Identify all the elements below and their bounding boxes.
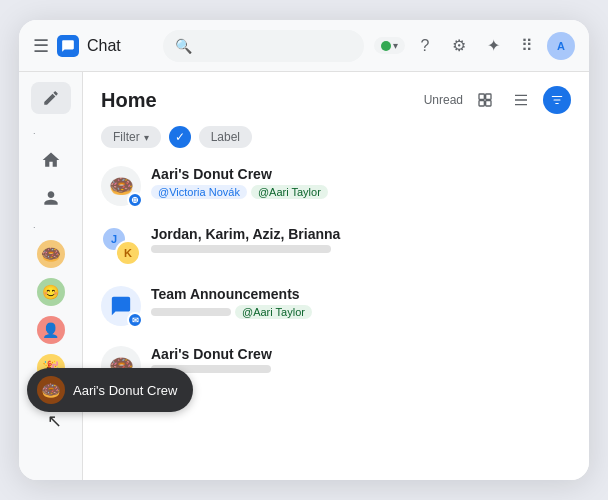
chat-content-2: Jordan, Karim, Aziz, Brianna — [151, 226, 571, 253]
chat-avatar-aaris-1: 🍩 ⊕ — [101, 166, 141, 206]
sidebar-item-home[interactable] — [31, 142, 71, 178]
filter-row: Filter ▾ ✓ Label — [83, 122, 589, 156]
unread-label: Unread — [424, 93, 463, 107]
chat-item-aaris-donut-1[interactable]: 🍩 ⊕ Aari's Donut Crew @Victoria Novák @A… — [91, 156, 581, 216]
chat-badge-1: ⊕ — [127, 192, 143, 208]
svg-rect-3 — [486, 101, 491, 106]
chat-badge-3: ✉ — [127, 312, 143, 328]
chat-name-3: Team Announcements — [151, 286, 571, 302]
chat-logo — [57, 35, 79, 57]
chat-item-team-announcements[interactable]: ✉ Team Announcements @Aari Taylor — [91, 276, 581, 336]
content-header: Home Unread — [83, 72, 589, 122]
section-label-2: · — [19, 222, 36, 232]
topbar-left: ☰ Chat — [33, 35, 153, 57]
tooltip-text: Aari's Donut Crew — [73, 383, 177, 398]
svg-rect-0 — [479, 94, 484, 99]
filter-button[interactable] — [543, 86, 571, 114]
page-title: Home — [101, 89, 157, 112]
hamburger-icon[interactable]: ☰ — [33, 35, 49, 57]
filter-tag-label: Label — [211, 130, 240, 144]
main-area: · · 🍩 😊 👤 🎉 — [19, 72, 589, 480]
svg-rect-1 — [486, 94, 491, 99]
chat-preview-3: @Aari Taylor — [151, 305, 571, 319]
sidebar-item-contacts[interactable] — [31, 180, 71, 216]
sparkle-button[interactable]: ✦ — [479, 32, 507, 60]
chat-name-4: Aari's Donut Crew — [151, 346, 571, 362]
filter-chip-1-label: Filter — [113, 130, 140, 144]
mention-victoria: @Victoria Novák — [151, 185, 247, 199]
settings-button[interactable]: ⚙ — [445, 32, 473, 60]
chat-preview-1: @Victoria Novák @Aari Taylor — [151, 185, 571, 199]
sidebar: · · 🍩 😊 👤 🎉 — [19, 72, 83, 480]
sidebar-item-chat2[interactable]: 😊 — [31, 274, 71, 310]
topbar: ☰ Chat 🔍 ▾ ? ⚙ ✦ ⠿ A — [19, 20, 589, 72]
list-view-button[interactable] — [507, 86, 535, 114]
chat-avatar-jordan: J K — [101, 226, 141, 266]
app-window: ☰ Chat 🔍 ▾ ? ⚙ ✦ ⠿ A — [19, 20, 589, 480]
compose-button[interactable] — [31, 82, 71, 114]
sidebar-tooltip: 🍩 Aari's Donut Crew — [27, 368, 193, 412]
filter-chip-1[interactable]: Filter ▾ — [101, 126, 161, 148]
svg-rect-2 — [479, 101, 484, 106]
chat-content-1: Aari's Donut Crew @Victoria Novák @Aari … — [151, 166, 571, 199]
header-actions: Unread — [424, 86, 571, 114]
chat-content-3: Team Announcements @Aari Taylor — [151, 286, 571, 319]
sidebar-item-chat1[interactable]: 🍩 — [31, 236, 71, 272]
help-button[interactable]: ? — [411, 32, 439, 60]
chat-list: 🍩 ⊕ Aari's Donut Crew @Victoria Novák @A… — [83, 156, 589, 480]
chat-name-1: Aari's Donut Crew — [151, 166, 571, 182]
topbar-search[interactable]: 🔍 — [163, 30, 364, 62]
section-label-1: · — [19, 128, 36, 138]
unread-toggle-button[interactable] — [471, 86, 499, 114]
content-panel: Home Unread — [83, 72, 589, 480]
multi-avatar: J K — [101, 226, 141, 266]
preview-bar-3 — [151, 308, 231, 316]
topbar-actions: ▾ ? ⚙ ✦ ⠿ A — [374, 32, 575, 60]
chat-item-jordan-group[interactable]: J K Jordan, Karim, Aziz, Brianna — [91, 216, 581, 276]
mention-aari-1: @Aari Taylor — [251, 185, 328, 199]
status-dot — [381, 41, 391, 51]
user-avatar[interactable]: A — [547, 32, 575, 60]
status-chevron-icon: ▾ — [393, 40, 398, 51]
filter-tag[interactable]: Label — [199, 126, 252, 148]
chat-preview-4 — [151, 365, 571, 373]
preview-bar-2 — [151, 245, 331, 253]
apps-button[interactable]: ⠿ — [513, 32, 541, 60]
filter-check[interactable]: ✓ — [169, 126, 191, 148]
cursor-icon: ↖ — [47, 410, 62, 432]
chat-avatar-team: ✉ — [101, 286, 141, 326]
sidebar-item-chat3[interactable]: 👤 — [31, 312, 71, 348]
chat-name-2: Jordan, Karim, Aziz, Brianna — [151, 226, 571, 242]
search-icon: 🔍 — [175, 38, 192, 54]
chat-content-4: Aari's Donut Crew — [151, 346, 571, 373]
avatar-jordan-2: K — [115, 240, 141, 266]
tooltip-avatar: 🍩 — [37, 376, 65, 404]
status-button[interactable]: ▾ — [374, 37, 405, 54]
filter-chip-1-chevron: ▾ — [144, 132, 149, 143]
topbar-title: Chat — [87, 37, 121, 55]
mention-aari-2: @Aari Taylor — [235, 305, 312, 319]
chat-preview-2 — [151, 245, 571, 253]
search-input[interactable] — [198, 38, 352, 53]
